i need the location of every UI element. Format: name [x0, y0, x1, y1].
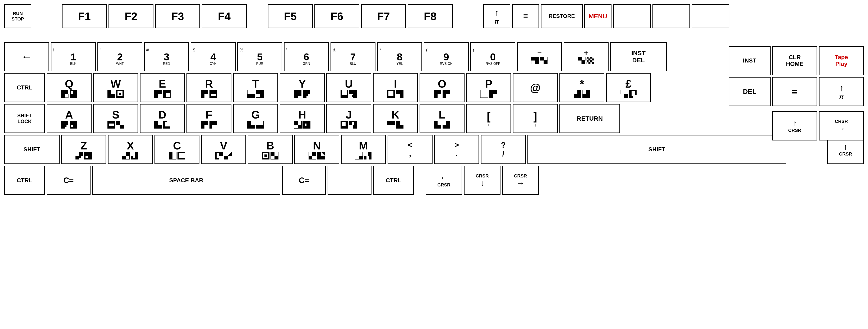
f6-key[interactable]: F6 [314, 4, 360, 28]
key-plus[interactable]: + [564, 42, 609, 71]
del-right-key[interactable]: DEL [729, 77, 771, 106]
arrow-up-pi-key[interactable]: ↑ π [819, 77, 864, 106]
key-2[interactable]: " 2 WHT [97, 42, 143, 71]
key-m[interactable]: M [341, 135, 386, 164]
arrow-up-key[interactable]: ↑ π [483, 4, 510, 28]
key-j[interactable]: J [326, 104, 371, 133]
key-i[interactable]: I [373, 73, 418, 102]
key-6[interactable]: ' 6 GRN [284, 42, 329, 71]
key-minus[interactable]: − [517, 42, 562, 71]
ctrl-key-bottom-left[interactable]: CTRL [4, 166, 45, 195]
f7-key[interactable]: F7 [361, 4, 406, 28]
key-4[interactable]: $ 4 CYN [191, 42, 236, 71]
svg-rect-32 [71, 91, 73, 94]
key-g[interactable]: G [233, 104, 278, 133]
key-c[interactable]: C [154, 135, 199, 164]
crsr-right-right-key[interactable]: CRSR → [819, 111, 864, 140]
key-n[interactable]: N [294, 135, 339, 164]
restore-key[interactable]: RESTORE [541, 4, 583, 28]
key-q[interactable]: Q [46, 73, 92, 102]
key-at[interactable]: @ [513, 73, 558, 102]
key-5[interactable]: % 5 PUR [237, 42, 282, 71]
key-k[interactable]: K [373, 104, 418, 133]
key-9[interactable]: ( 9 RVS ON [424, 42, 469, 71]
commodore-left-key[interactable]: C= [46, 166, 91, 195]
key-o[interactable]: O [420, 73, 465, 102]
key-p[interactable]: P [466, 73, 511, 102]
bottom-row: CTRL C= SPACE BAR C= CTRL [4, 166, 864, 195]
key-x[interactable]: X [108, 135, 153, 164]
key-1[interactable]: ! 1 BLK [51, 42, 96, 71]
key-e-main: E [159, 77, 166, 90]
key-open-bracket[interactable]: [ : [466, 104, 511, 133]
key-comma[interactable]: < , [388, 135, 433, 164]
menu-key[interactable]: MENU [584, 4, 612, 28]
key-slash[interactable]: ? / [481, 135, 526, 164]
blank-key-2[interactable] [652, 4, 690, 28]
key-l[interactable]: L [420, 104, 465, 133]
f8-key[interactable]: F8 [408, 4, 453, 28]
key-7[interactable]: & 7 BLU [331, 42, 375, 71]
key-period[interactable]: > . [434, 135, 479, 164]
key-8[interactable]: * 8 YEL [377, 42, 422, 71]
key-r-main: R [205, 77, 213, 90]
arrow-left-key[interactable]: ← [4, 42, 49, 71]
f3-key[interactable]: F3 [155, 4, 200, 28]
key-0[interactable]: ) 0 RVS OFF [470, 42, 515, 71]
key-3[interactable]: # 3 RED [144, 42, 189, 71]
run-stop-key[interactable]: RUNSTOP [4, 4, 31, 28]
key-u[interactable]: U [326, 73, 371, 102]
ctrl-key-top[interactable]: CTRL [4, 73, 45, 102]
crsr-down-key[interactable]: CRSR ↓ [464, 166, 500, 195]
svg-rect-90 [61, 125, 65, 129]
key-2-main: 2 [117, 52, 123, 62]
key-m-main: M [359, 139, 368, 152]
key-v[interactable]: V [201, 135, 246, 164]
key-s[interactable]: S [93, 104, 138, 133]
key-t[interactable]: T [233, 73, 278, 102]
key-r[interactable]: R [186, 73, 231, 102]
f1-key[interactable]: F1 [62, 4, 107, 28]
crsr-left-key[interactable]: ← CRSR [426, 166, 462, 195]
space-bar[interactable]: SPACE BAR [92, 166, 280, 195]
key-pound[interactable]: £ [606, 73, 651, 102]
shift-lock-key[interactable]: SHIFTLOCK [4, 104, 45, 133]
key-z[interactable]: Z [61, 135, 106, 164]
commodore-right-key[interactable]: C= [282, 166, 326, 195]
f4-key[interactable]: F4 [202, 4, 247, 28]
key-y[interactable]: Y [280, 73, 325, 102]
svg-rect-88 [61, 121, 65, 125]
key-x-gfx [122, 152, 139, 160]
inst-right-key[interactable]: INST [729, 46, 771, 75]
key-w[interactable]: W [93, 73, 138, 102]
blank-bottom-1[interactable] [328, 166, 371, 195]
f2-key[interactable]: F2 [108, 4, 153, 28]
crsr-up-icon: ↑ [843, 142, 847, 151]
key-h[interactable]: H [280, 104, 325, 133]
tape-play-key[interactable]: TapePlay [819, 46, 864, 75]
key-asterisk[interactable]: * [559, 73, 604, 102]
svg-rect-11 [582, 60, 585, 64]
key-close-bracket[interactable]: ] ; [513, 104, 558, 133]
key-9-bottom: RVS ON [440, 62, 453, 65]
key-d[interactable]: D [140, 104, 185, 133]
svg-rect-47 [211, 94, 216, 96]
key-e[interactable]: E [140, 73, 185, 102]
equals-right-key[interactable]: = [772, 77, 817, 106]
equals-fn-key[interactable]: = [512, 4, 539, 28]
f5-key[interactable]: F5 [268, 4, 313, 28]
key-slash-main: / [502, 150, 504, 158]
blank-key-1[interactable] [613, 4, 651, 28]
ctrl-key-bottom-right[interactable]: CTRL [373, 166, 414, 195]
key-f[interactable]: F [186, 104, 231, 133]
key-b[interactable]: B [248, 135, 293, 164]
blank-key-3[interactable] [692, 4, 730, 28]
clr-home-key[interactable]: CLRHOME [772, 46, 817, 75]
return-key[interactable]: RETURN [559, 104, 620, 133]
crsr-up-right-key[interactable]: ↑ CRSR [772, 111, 817, 140]
crsr-right-key[interactable]: CRSR → [502, 166, 539, 195]
left-shift-key[interactable]: SHIFT [4, 135, 60, 164]
svg-rect-182 [367, 156, 369, 160]
inst-del-key[interactable]: INSTDEL [610, 42, 667, 71]
key-a[interactable]: A [46, 104, 92, 133]
